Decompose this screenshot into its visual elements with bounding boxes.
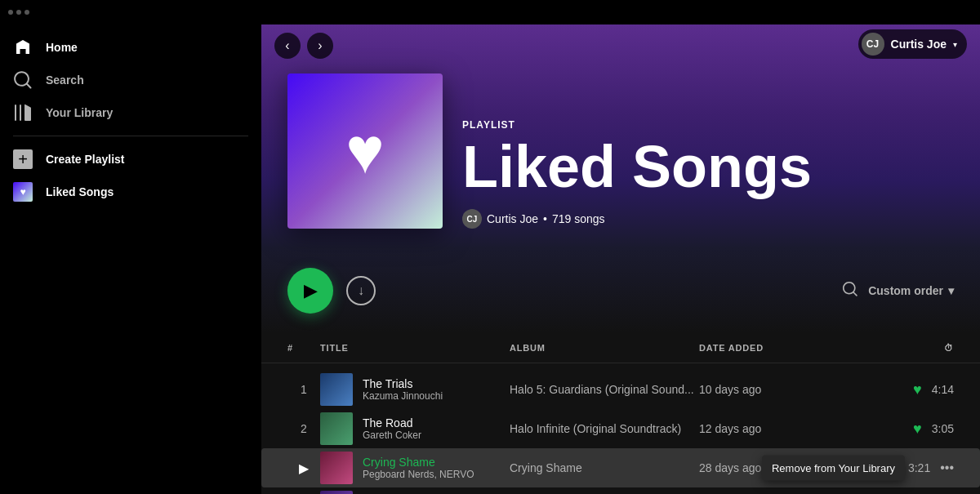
- track-album: Halo 5: Guardians (Original Sound...: [510, 383, 699, 396]
- hero-info: PLAYLIST Liked Songs CJ Curtis Joe • 719…: [462, 119, 954, 229]
- track-art: [320, 452, 353, 484]
- controls-bar: ▶ ↓ Custom order ▾: [261, 248, 980, 333]
- home-label: Home: [46, 41, 78, 54]
- track-actions: ♥ 4:14: [889, 381, 954, 398]
- track-album: Crying Shame: [510, 461, 699, 474]
- window-controls: [8, 10, 29, 15]
- hero-owner-name: Curtis Joe: [487, 212, 538, 225]
- hero-meta: CJ Curtis Joe • 719 songs: [462, 209, 954, 229]
- playlist-art: ♥: [287, 73, 443, 229]
- custom-order-label: Custom order: [868, 284, 943, 297]
- track-text: The Road Gareth Coker: [363, 416, 421, 441]
- header-album: ALBUM: [510, 336, 699, 359]
- track-duration: 3:21: [908, 461, 930, 474]
- user-profile-button[interactable]: CJ Curtis Joe ▾: [858, 29, 967, 59]
- track-artist: Pegboard Nerds, NERVO: [363, 469, 474, 480]
- library-label: Your Library: [46, 106, 113, 119]
- track-artist: Kazuma Jinnouchi: [363, 390, 443, 402]
- liked-button[interactable]: ♥: [913, 381, 922, 398]
- library-icon: [13, 103, 33, 122]
- clock-icon: ⏱: [944, 343, 954, 353]
- avatar: CJ: [862, 33, 884, 56]
- track-art: [320, 412, 353, 445]
- track-info: Faith in You VOLAC, TonyB: [320, 491, 510, 494]
- liked-songs-label: Liked Songs: [46, 185, 114, 198]
- track-text: Crying Shame Pegboard Nerds, NERVO: [363, 456, 474, 480]
- track-actions: Remove from Your Library ♥ 3:21 •••: [889, 458, 954, 478]
- sidebar-item-home[interactable]: Home: [0, 31, 261, 64]
- controls-right: Custom order ▾: [842, 281, 954, 301]
- track-num-label: 2: [301, 422, 307, 435]
- track-text: The Trials Kazuma Jinnouchi: [363, 377, 443, 402]
- sidebar-divider: [13, 136, 248, 136]
- top-bar: [0, 0, 980, 24]
- track-album: Halo Infinite (Original Soundtrack): [510, 422, 699, 435]
- header-date: DATE ADDED: [699, 336, 889, 359]
- chevron-down-icon: ▾: [953, 40, 957, 49]
- track-name: The Road: [363, 416, 421, 429]
- download-button[interactable]: ↓: [346, 276, 376, 305]
- sidebar-item-library[interactable]: Your Library: [0, 96, 261, 129]
- tracks-table-header: # TITLE ALBUM DATE ADDED ⏱: [261, 333, 980, 363]
- hero-dot: •: [543, 212, 547, 225]
- create-playlist-item[interactable]: + Create Playlist: [0, 143, 261, 176]
- track-info: The Trials Kazuma Jinnouchi: [320, 373, 510, 406]
- track-number: ▶: [287, 461, 320, 476]
- sidebar: Home Search Your Library + Create Playli…: [0, 24, 261, 494]
- create-playlist-icon: +: [13, 149, 33, 169]
- play-button[interactable]: ▶: [287, 268, 333, 314]
- track-date-added: 12 days ago: [699, 422, 889, 435]
- liked-button[interactable]: ♥: [913, 421, 922, 438]
- remove-from-library-tooltip: Remove from Your Library: [762, 456, 905, 481]
- track-info: Crying Shame Pegboard Nerds, NERVO: [320, 452, 510, 484]
- table-row[interactable]: 2 The Road Gareth Coker Halo Infinite (O…: [261, 409, 980, 448]
- forward-button[interactable]: ›: [307, 33, 333, 59]
- liked-songs-icon: ♥: [13, 182, 33, 202]
- track-name: The Trials: [363, 377, 443, 390]
- custom-order-button[interactable]: Custom order ▾: [868, 284, 954, 297]
- track-duration: 4:14: [932, 383, 954, 396]
- track-date-added: 10 days ago: [699, 383, 889, 396]
- hero-title: Liked Songs: [462, 137, 954, 196]
- search-icon: [13, 70, 33, 90]
- track-number: 1: [287, 383, 320, 396]
- search-songs-button[interactable]: [842, 281, 858, 301]
- hero-song-count: 719 songs: [552, 212, 605, 225]
- track-actions: ♥ 3:05: [889, 421, 954, 438]
- table-row[interactable]: 4 Faith in You VOLAC, TonyB Russian Styl…: [261, 487, 980, 494]
- header-duration: ⏱: [889, 336, 954, 359]
- header-title: TITLE: [320, 336, 510, 359]
- track-number: 2: [287, 422, 320, 435]
- user-name: Curtis Joe: [891, 38, 947, 51]
- dot-3: [24, 10, 29, 15]
- liked-songs-item[interactable]: ♥ Liked Songs: [0, 176, 261, 208]
- header-num: #: [287, 336, 320, 359]
- track-art: [320, 373, 353, 406]
- create-playlist-label: Create Playlist: [46, 153, 125, 166]
- back-button[interactable]: ‹: [274, 33, 301, 59]
- more-options-button[interactable]: •••: [940, 461, 954, 475]
- table-row[interactable]: ▶ Crying Shame Pegboard Nerds, NERVO Cry…: [261, 448, 980, 487]
- track-info: The Road Gareth Coker: [320, 412, 510, 445]
- track-duration: 3:05: [932, 422, 954, 435]
- playing-icon: ▶: [299, 461, 309, 476]
- track-artist: Gareth Coker: [363, 429, 421, 441]
- hero-type: PLAYLIST: [462, 119, 954, 131]
- track-art: [320, 491, 353, 494]
- dot-2: [16, 10, 21, 15]
- track-num-label: 1: [301, 383, 307, 396]
- heart-icon-large: ♥: [345, 113, 385, 189]
- table-row[interactable]: 1 The Trials Kazuma Jinnouchi Halo 5: Gu…: [261, 370, 980, 409]
- home-icon: [13, 38, 33, 57]
- search-label: Search: [46, 73, 84, 87]
- navigation-buttons: ‹ ›: [274, 33, 333, 59]
- hero-owner-avatar: CJ: [462, 209, 482, 229]
- sidebar-item-search[interactable]: Search: [0, 64, 261, 96]
- main-content: ‹ › CJ Curtis Joe ▾ ♥ PLAYLIST Liked Son…: [261, 24, 980, 494]
- custom-order-chevron: ▾: [948, 284, 954, 297]
- track-name: Crying Shame: [363, 456, 474, 469]
- dot-1: [8, 10, 13, 15]
